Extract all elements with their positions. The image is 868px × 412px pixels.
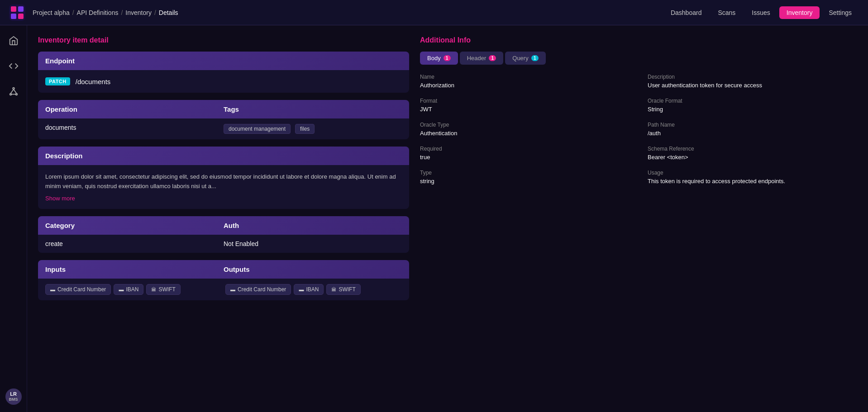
- svg-rect-2: [18, 6, 24, 12]
- tab-body[interactable]: Body 1: [420, 52, 458, 65]
- breadcrumb-inventory[interactable]: Inventory: [125, 9, 152, 16]
- app-logo: [9, 5, 25, 21]
- tab-bar: Body 1 Header 1 Query 1: [420, 52, 857, 65]
- tab-body-label: Body: [427, 55, 441, 62]
- info-format: Format JWT: [420, 98, 630, 113]
- tags-container: document management files: [224, 124, 402, 134]
- show-more-link[interactable]: Show more: [45, 195, 75, 202]
- operation-header: Operation Tags: [38, 100, 409, 118]
- sidebar-home[interactable]: [5, 33, 22, 49]
- outputs-col: ▬ Credit Card Number ▬ IBAN 🏛 SWIFT: [225, 284, 402, 295]
- info-path-name: Path Name /auth: [648, 122, 857, 137]
- info-description: Description User authentication token fo…: [648, 74, 857, 89]
- operation-label: Operation: [45, 105, 224, 113]
- top-nav-right: Dashboard Scans Issues Inventory Setting…: [663, 6, 859, 19]
- info-usage-value: This token is required to access protect…: [648, 178, 857, 185]
- breadcrumb-details: Details: [159, 9, 178, 16]
- method-badge: PATCH: [45, 77, 70, 85]
- svg-point-5: [13, 88, 14, 90]
- avatar[interactable]: LR BMS: [5, 388, 22, 405]
- endpoint-header: Endpoint: [38, 52, 409, 70]
- tab-body-count: 1: [444, 55, 451, 61]
- info-type: Type string: [420, 170, 630, 185]
- tab-header[interactable]: Header 1: [460, 52, 504, 65]
- main-content: Inventory item detail Endpoint PATCH /do…: [27, 25, 868, 412]
- tag-files: files: [295, 124, 315, 134]
- tab-header-count: 1: [489, 55, 496, 61]
- iban-input-icon: ▬: [119, 287, 124, 292]
- category-value: create: [45, 240, 224, 247]
- description-text: Lorem ipsum dolor sit amet, consectetur …: [45, 172, 402, 191]
- io-header: Inputs Outputs: [38, 260, 409, 279]
- category-auth-header: Category Auth: [38, 216, 409, 235]
- input-swift: 🏛 SWIFT: [146, 284, 180, 295]
- auth-label: Auth: [224, 222, 402, 229]
- right-panel-title: Additional Info: [420, 36, 857, 44]
- svg-rect-1: [11, 6, 16, 12]
- tab-query-count: 1: [531, 55, 539, 61]
- svg-rect-4: [18, 14, 24, 19]
- credit-card-output-icon: ▬: [230, 287, 235, 292]
- breadcrumb-project[interactable]: Project alpha: [33, 9, 70, 16]
- info-type-value: string: [420, 178, 630, 185]
- output-iban: ▬ IBAN: [294, 284, 324, 295]
- tab-query-label: Query: [512, 55, 528, 62]
- description-card: Description Lorem ipsum dolor sit amet, …: [38, 147, 409, 209]
- inputs-outputs-card: Inputs Outputs ▬ Credit Card Number ▬ IB…: [38, 260, 409, 300]
- info-required: Required true: [420, 146, 630, 161]
- output-swift: 🏛 SWIFT: [326, 284, 360, 295]
- info-required-value: true: [420, 154, 630, 161]
- endpoint-path: /documents: [76, 78, 111, 85]
- output-credit-card: ▬ Credit Card Number: [225, 284, 291, 295]
- auth-value: Not Enabled: [224, 240, 402, 247]
- category-auth-body: create Not Enabled: [38, 235, 409, 253]
- nav-settings[interactable]: Settings: [821, 6, 859, 19]
- right-panel: Additional Info Body 1 Header 1 Query 1: [420, 36, 857, 401]
- avatar-subtitle: BMS: [9, 397, 18, 402]
- endpoint-card: Endpoint PATCH /documents: [38, 52, 409, 93]
- info-schema-ref-value: Bearer <token>: [648, 154, 857, 161]
- app-body: LR BMS Inventory item detail Endpoint PA…: [0, 25, 868, 412]
- tags-label: Tags: [224, 105, 402, 113]
- swift-input-icon: 🏛: [151, 287, 156, 292]
- sidebar-network[interactable]: [5, 83, 22, 99]
- category-auth-card: Category Auth create Not Enabled: [38, 216, 409, 253]
- svg-line-8: [10, 89, 13, 93]
- info-oracle-type: Oracle Type Authentication: [420, 122, 630, 137]
- inputs-col: ▬ Credit Card Number ▬ IBAN 🏛 SWIFT: [45, 284, 222, 295]
- nav-inventory[interactable]: Inventory: [779, 6, 820, 19]
- info-format-value: JWT: [420, 106, 630, 113]
- info-oracle-type-value: Authentication: [420, 130, 630, 137]
- inputs-label: Inputs: [45, 265, 224, 273]
- nav-scans[interactable]: Scans: [711, 6, 743, 19]
- outputs-label: Outputs: [224, 265, 402, 273]
- tag-document-management: document management: [224, 124, 291, 134]
- tab-query[interactable]: Query 1: [505, 52, 545, 65]
- info-grid: Name Authorization Description User auth…: [420, 74, 857, 185]
- breadcrumb-api[interactable]: API Definitions: [77, 9, 119, 16]
- info-schema-ref: Schema Reference Bearer <token>: [648, 146, 857, 161]
- iban-output-icon: ▬: [299, 287, 304, 292]
- left-panel: Inventory item detail Endpoint PATCH /do…: [38, 36, 409, 401]
- input-iban: ▬ IBAN: [114, 284, 143, 295]
- swift-output-icon: 🏛: [331, 287, 336, 292]
- sidebar-code[interactable]: [5, 58, 22, 74]
- description-body: Lorem ipsum dolor sit amet, consectetur …: [38, 165, 409, 209]
- info-name-value: Authorization: [420, 82, 630, 89]
- info-usage: Usage This token is required to access p…: [648, 170, 857, 185]
- credit-card-input-icon: ▬: [50, 287, 55, 292]
- info-description-value: User authentication token for secure acc…: [648, 82, 857, 89]
- svg-line-9: [14, 89, 16, 93]
- left-panel-title: Inventory item detail: [38, 36, 409, 44]
- breadcrumb: Project alpha / API Definitions / Invent…: [33, 9, 178, 16]
- description-header: Description: [38, 147, 409, 165]
- svg-rect-3: [11, 14, 16, 19]
- nav-issues[interactable]: Issues: [744, 6, 777, 19]
- nav-dashboard[interactable]: Dashboard: [663, 6, 709, 19]
- endpoint-row: PATCH /documents: [45, 77, 402, 85]
- info-path-name-value: /auth: [648, 130, 857, 137]
- endpoint-body: PATCH /documents: [38, 70, 409, 93]
- info-oracle-format: Oracle Format String: [648, 98, 857, 113]
- input-credit-card: ▬ Credit Card Number: [45, 284, 111, 295]
- io-body: ▬ Credit Card Number ▬ IBAN 🏛 SWIFT: [38, 279, 409, 300]
